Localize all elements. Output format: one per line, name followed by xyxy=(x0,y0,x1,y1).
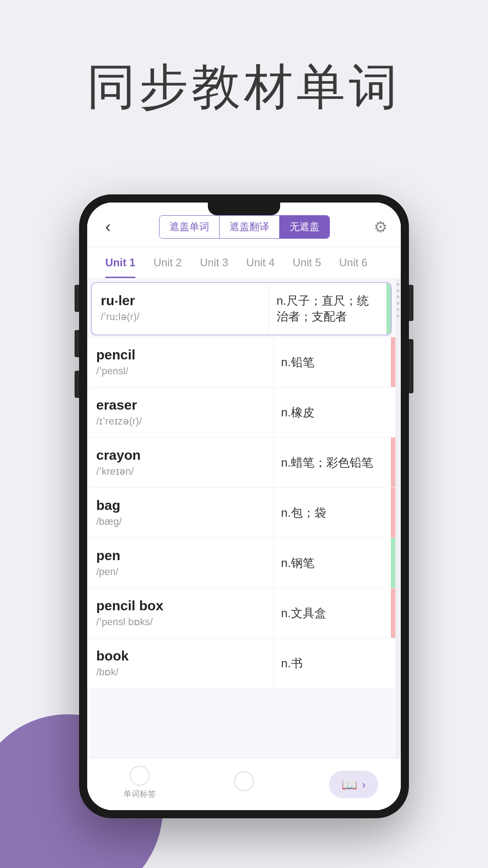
word-cn-pencilbox: n.文具盒 xyxy=(273,588,391,638)
unit-tab-group: Unit 1 Unit 2 Unit 3 Unit 4 Unit 5 Unit … xyxy=(87,247,401,278)
bottom-nav-icon-1 xyxy=(130,766,150,786)
word-cn-pencil: n.铅笔 xyxy=(273,337,391,387)
word-card-crayon[interactable]: crayon /ˈkreɪən/ n.蜡笔；彩色铅笔 xyxy=(87,438,395,488)
unit-tab-4[interactable]: Unit 4 xyxy=(237,247,284,278)
color-indicator-ruler xyxy=(386,283,391,335)
unit-tab-2[interactable]: Unit 2 xyxy=(145,247,191,278)
back-button[interactable]: ‹ xyxy=(101,216,115,238)
settings-icon[interactable]: ⚙ xyxy=(374,218,387,236)
filter-tab-cover-translation[interactable]: 遮盖翻译 xyxy=(220,216,280,238)
bottom-nav-item-1[interactable]: 单词标签 xyxy=(87,766,192,799)
bottom-nav-label-1: 单词标签 xyxy=(123,788,156,799)
word-cn-ruler: n.尺子；直尺；统治者；支配者 xyxy=(269,283,386,335)
scrollbar-dot xyxy=(397,308,399,311)
bottom-nav-item-2[interactable] xyxy=(192,771,296,794)
word-list: ruler /ˈruːlə(r)/ n.尺子；直尺；统治者；支配者 pencil… xyxy=(87,278,395,758)
word-left-pencilbox: pencil box /ˈpensl bɒks/ xyxy=(87,588,273,638)
word-cn-book: n.书 xyxy=(273,638,391,688)
word-phonetic-eraser: /ɪˈreɪzə(r)/ xyxy=(96,415,264,427)
word-en-book: book xyxy=(96,648,264,664)
flashcard-icon: 📖 xyxy=(342,777,357,792)
word-card-pencil[interactable]: pencil /ˈpensl/ n.铅笔 xyxy=(87,337,395,387)
word-card-ruler[interactable]: ruler /ˈruːlə(r)/ n.尺子；直尺；统治者；支配者 xyxy=(91,282,392,335)
phone-notch xyxy=(208,203,280,215)
filter-tab-group: 遮盖单词 遮盖翻译 无遮盖 xyxy=(159,215,330,239)
word-cn-bag: n.包；袋 xyxy=(273,488,391,538)
word-card-pen[interactable]: pen /pen/ n.钢笔 xyxy=(87,538,395,588)
scrollbar-track[interactable] xyxy=(395,278,401,758)
word-card-eraser[interactable]: eraser /ɪˈreɪzə(r)/ n.橡皮 xyxy=(87,387,395,438)
word-left-book: book /bɒk/ xyxy=(87,638,273,688)
word-phonetic-pencil: /ˈpensl/ xyxy=(96,365,264,377)
unit-tab-1[interactable]: Unit 1 xyxy=(96,247,145,278)
bottom-nav: 单词标签 📖 › xyxy=(87,758,401,810)
word-left-pencil: pencil /ˈpensl/ xyxy=(87,337,273,387)
word-phonetic-crayon: /ˈkreɪən/ xyxy=(96,466,264,477)
word-en-crayon: crayon xyxy=(96,448,264,463)
word-card-bag[interactable]: bag /bæg/ n.包；袋 xyxy=(87,488,395,538)
color-indicator-crayon xyxy=(391,438,395,487)
scrollbar-dot xyxy=(397,315,399,317)
word-phonetic-ruler: /ˈruːlə(r)/ xyxy=(101,311,260,323)
side-button-left1 xyxy=(75,285,79,312)
word-list-container: ruler /ˈruːlə(r)/ n.尺子；直尺；统治者；支配者 pencil… xyxy=(87,278,401,758)
word-cn-eraser: n.橡皮 xyxy=(273,387,391,437)
color-indicator-pencil xyxy=(391,337,395,387)
word-phonetic-bag: /bæg/ xyxy=(96,516,264,528)
word-left-pen: pen /pen/ xyxy=(87,538,273,588)
scrollbar-dot xyxy=(397,296,399,298)
phone-mockup: ‹ 遮盖单词 遮盖翻译 无遮盖 ⚙ Unit 1 Unit 2 Unit 3 U… xyxy=(79,194,409,818)
flashcard-arrow: › xyxy=(362,778,366,791)
word-card-pencilbox[interactable]: pencil box /ˈpensl bɒks/ n.文具盒 xyxy=(87,588,395,638)
word-phonetic-pencilbox: /ˈpensl bɒks/ xyxy=(96,616,264,628)
scrollbar-dots xyxy=(397,283,399,317)
side-button-left3 xyxy=(75,371,79,398)
scrollbar-dot xyxy=(397,289,399,292)
color-indicator-pen xyxy=(391,538,395,588)
word-phonetic-pen: /pen/ xyxy=(96,566,264,578)
word-en-pencilbox: pencil box xyxy=(96,598,264,613)
color-indicator-bag xyxy=(391,488,395,538)
side-button-right1 xyxy=(409,285,413,321)
app-screen: ‹ 遮盖单词 遮盖翻译 无遮盖 ⚙ Unit 1 Unit 2 Unit 3 U… xyxy=(87,203,401,810)
flashcard-button[interactable]: 📖 › xyxy=(329,771,378,798)
word-cn-crayon: n.蜡笔；彩色铅笔 xyxy=(273,438,391,487)
word-en-pencil: pencil xyxy=(96,347,264,363)
word-en-ruler: ruler xyxy=(101,293,260,308)
color-indicator-eraser xyxy=(391,387,395,437)
word-left-crayon: crayon /ˈkreɪən/ xyxy=(87,438,273,487)
filter-tab-cover-word[interactable]: 遮盖单词 xyxy=(160,216,220,238)
scrollbar-dot xyxy=(397,302,399,305)
hero-title: 同步教材单词 xyxy=(0,54,488,120)
word-card-book[interactable]: book /bɒk/ n.书 xyxy=(87,638,395,689)
unit-tab-3[interactable]: Unit 3 xyxy=(191,247,237,278)
color-indicator-pencilbox xyxy=(391,588,395,638)
bottom-nav-icon-2 xyxy=(234,771,254,791)
word-en-pen: pen xyxy=(96,548,264,563)
word-left-ruler: ruler /ˈruːlə(r)/ xyxy=(92,283,269,335)
side-button-right2 xyxy=(409,339,413,393)
filter-tab-no-cover[interactable]: 无遮盖 xyxy=(280,216,329,238)
unit-tab-5[interactable]: Unit 5 xyxy=(284,247,330,278)
word-en-bag: bag xyxy=(96,498,264,513)
color-indicator-book xyxy=(391,638,395,688)
word-phonetic-book: /bɒk/ xyxy=(96,666,264,678)
word-left-bag: bag /bæg/ xyxy=(87,488,273,538)
word-en-eraser: eraser xyxy=(96,397,264,413)
unit-tab-6[interactable]: Unit 6 xyxy=(330,247,376,278)
word-cn-pen: n.钢笔 xyxy=(273,538,391,588)
word-left-eraser: eraser /ɪˈreɪzə(r)/ xyxy=(87,387,273,437)
dot-decorator xyxy=(115,301,117,303)
side-button-left2 xyxy=(75,330,79,357)
scrollbar-dot xyxy=(397,283,399,286)
